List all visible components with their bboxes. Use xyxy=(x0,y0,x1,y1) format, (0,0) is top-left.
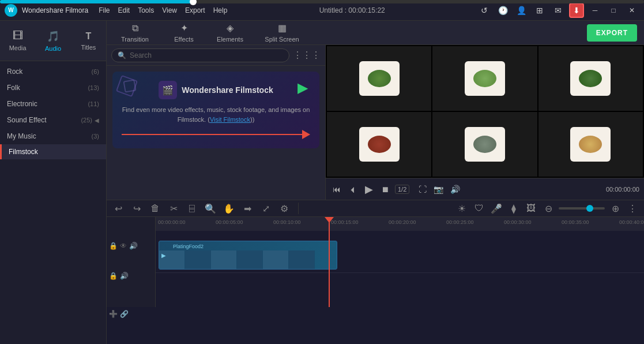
crop-button[interactable]: ⌸ xyxy=(185,201,199,215)
arrow-line xyxy=(122,134,302,135)
motion-button[interactable]: ➡ xyxy=(240,201,254,215)
filmstock-logo-icon: 🎬 xyxy=(162,85,174,96)
zoom-slider[interactable] xyxy=(559,207,605,210)
shield-icon[interactable]: 🛡 xyxy=(472,201,486,215)
merge-icon[interactable]: ⧫ xyxy=(507,201,521,215)
auto-save-icon[interactable]: ↺ xyxy=(477,3,492,18)
tab-media-label: Media xyxy=(9,44,27,51)
snapshot-icon[interactable]: 📷 xyxy=(431,184,446,195)
thumb-3 xyxy=(211,250,237,270)
preview-scrubber[interactable] xyxy=(0,0,644,3)
maximize-button[interactable]: □ xyxy=(606,3,621,18)
stop-button[interactable]: ⏹ xyxy=(379,184,391,195)
play-button[interactable]: ▶ xyxy=(297,80,308,96)
tab-titles[interactable]: T Titles xyxy=(71,24,106,58)
tab-transition[interactable]: ⧉ Transition xyxy=(109,22,161,44)
tab-elements[interactable]: ◈ Elements xyxy=(207,22,253,44)
timeline-settings-icon[interactable]: ⋮ xyxy=(626,201,639,215)
menu-bar: File Edit Tools View Export Help xyxy=(99,6,227,14)
minus-icon[interactable]: ⊖ xyxy=(541,201,555,215)
speaker-icon-2[interactable]: 🔊 xyxy=(120,272,129,280)
step-back-button[interactable]: ⏴ xyxy=(347,184,359,195)
lock-icon[interactable]: 🔒 xyxy=(109,242,118,250)
food-item-yellow xyxy=(579,136,602,153)
mic-icon[interactable]: 🎤 xyxy=(489,201,503,215)
adjust-button[interactable]: ⚙ xyxy=(277,201,291,215)
tab-audio[interactable]: 🎵 Audio xyxy=(35,24,70,58)
menu-file[interactable]: File xyxy=(99,6,110,14)
cut-button[interactable]: ✂ xyxy=(167,201,180,215)
menu-tools[interactable]: Tools xyxy=(138,6,154,14)
ruler-mark-4: 00:00:20:00 xyxy=(389,219,416,225)
collapse-arrow-icon: ◀ xyxy=(95,117,99,124)
layout-icon[interactable]: ⊞ xyxy=(532,3,547,18)
filmstock-logo: 🎬 xyxy=(159,81,177,99)
sidebar-item-rock[interactable]: Rock (6) xyxy=(0,63,106,80)
ruler-mark-0: 00:00:00:00 xyxy=(158,219,186,225)
playhead-triangle xyxy=(325,217,334,223)
zoom-in-button[interactable]: 🔍 xyxy=(204,201,217,215)
playback-speed[interactable]: 1/2 xyxy=(395,185,409,194)
redo-button[interactable]: ↪ xyxy=(130,201,144,215)
ruler-mark-7: 00:00:35:00 xyxy=(562,219,589,225)
timeline-right-controls: ☀ 🛡 🎤 ⧫ 🖼 ⊖ ⊕ ⋮ xyxy=(455,201,639,215)
clock-icon[interactable]: 🕐 xyxy=(495,3,510,18)
sidebar-folk-label: Folk xyxy=(7,84,20,92)
photo-icon[interactable]: 🖼 xyxy=(524,201,538,215)
pan-button[interactable]: ✋ xyxy=(222,201,236,215)
clip-play-icon: ▶ xyxy=(161,252,166,259)
export-button[interactable]: EXPORT xyxy=(587,24,637,42)
effects-icon: ✦ xyxy=(180,23,188,33)
menu-view[interactable]: View xyxy=(162,6,177,14)
ruler-mark-6: 00:00:30:00 xyxy=(504,219,532,225)
lock-icon-2[interactable]: 🔒 xyxy=(109,272,118,280)
clip-label: PlatingFood2 xyxy=(171,242,206,250)
eye-icon[interactable]: 👁 xyxy=(120,242,127,250)
audio-panel: 🔍 Search ⋮⋮⋮ 🎬 xyxy=(107,45,326,200)
menu-help[interactable]: Help xyxy=(213,6,228,14)
plus-icon[interactable]: ⊕ xyxy=(608,201,622,215)
fit-button[interactable]: ⤢ xyxy=(259,201,273,215)
filmstock-visit-link[interactable]: Visit Filmstock xyxy=(210,116,250,123)
link-icon[interactable]: 🔗 xyxy=(120,310,129,318)
video-clip[interactable]: ▶ PlatingFood2 xyxy=(159,241,337,270)
timeline-tracks[interactable]: 00:00:00:00 00:00:05:00 00:00:10:00 00:0… xyxy=(156,217,644,307)
skip-back-button[interactable]: ⏮ xyxy=(330,184,343,195)
minimize-button[interactable]: ─ xyxy=(587,3,602,18)
playhead[interactable] xyxy=(329,217,330,307)
timeline-content: 🔒 👁 🔊 🔒 🔊 00:00:00:00 00:00:0 xyxy=(107,217,644,307)
sidebar-item-electronic[interactable]: Electronic (11) xyxy=(0,96,106,112)
preview-panel: ⏮ ⏴ ▶ ⏹ 1/2 ⛶ 📷 🔊 00:00:00:00 xyxy=(326,45,644,200)
tab-effects-label: Effects xyxy=(174,36,193,43)
play-pause-button[interactable]: ▶ xyxy=(363,182,375,197)
undo-button[interactable]: ↩ xyxy=(111,201,125,215)
toolbar: 🎞 Media 🎵 Audio T Titles xyxy=(0,21,106,61)
right-area: ⧉ Transition ✦ Effects ◈ Elements ▦ Spli… xyxy=(107,21,644,344)
volume-icon[interactable]: 🔊 xyxy=(448,184,462,195)
food-bowl-5 xyxy=(465,127,505,162)
main-area: 🎞 Media 🎵 Audio T Titles Rock (6) Folk (… xyxy=(0,21,644,344)
grid-view-icon[interactable]: ⋮⋮⋮ xyxy=(293,50,321,61)
menu-edit[interactable]: Edit xyxy=(118,6,130,14)
full-screen-icon[interactable]: ⛶ xyxy=(416,184,429,195)
sun-icon[interactable]: ☀ xyxy=(455,201,469,215)
sidebar-item-sound-effect[interactable]: Sound Effect (25) ◀ xyxy=(0,112,106,128)
account-icon[interactable]: 👤 xyxy=(514,3,529,18)
tab-effects[interactable]: ✦ Effects xyxy=(161,22,207,44)
speaker-icon[interactable]: 🔊 xyxy=(129,242,138,250)
sidebar-item-filmstock[interactable]: Filmstock xyxy=(0,144,106,159)
tab-media[interactable]: 🎞 Media xyxy=(0,24,35,58)
sidebar-item-my-music[interactable]: My Music (3) xyxy=(0,128,106,144)
download-icon[interactable]: ⬇ xyxy=(569,3,584,18)
close-button[interactable]: ✕ xyxy=(624,3,639,18)
search-icon: 🔍 xyxy=(118,51,126,59)
tab-splitscreen[interactable]: ▦ Split Screen xyxy=(253,22,311,44)
audio-track-controls: 🔒 🔊 xyxy=(109,268,153,284)
title-display: Untitled : 00:00:15:22 xyxy=(319,6,385,14)
mail-icon[interactable]: ✉ xyxy=(551,3,566,18)
search-input-container[interactable]: 🔍 Search xyxy=(111,48,289,62)
delete-button[interactable]: 🗑 xyxy=(148,201,162,215)
add-track-icon[interactable]: ➕ xyxy=(109,310,118,318)
sidebar-item-folk[interactable]: Folk (13) xyxy=(0,80,106,96)
menu-export[interactable]: Export xyxy=(185,6,205,14)
